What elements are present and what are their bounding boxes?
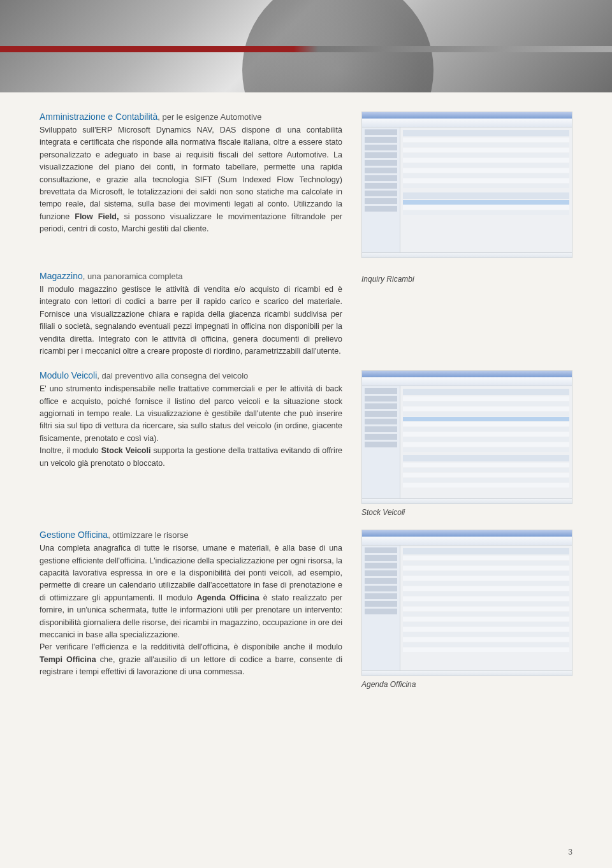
- hero-image: [0, 0, 612, 92]
- admin-heading: Amministrazione e Contabilità, per le es…: [40, 112, 342, 122]
- officina-subtitle: , ottimizzare le risorse: [108, 530, 188, 540]
- veicoli-body: E' uno strumento indispensabile nelle tr…: [40, 383, 342, 470]
- hero-accent-bar: [0, 46, 612, 52]
- officina-title: Gestione Officina: [40, 530, 108, 540]
- page-number: 3: [568, 848, 572, 857]
- magazzino-heading: Magazzino, una panoramica completa: [40, 271, 342, 281]
- admin-body: Sviluppato sull'ERP Microsoft Dynamics N…: [40, 124, 342, 235]
- page-content: Amministrazione e Contabilità, per le es…: [0, 92, 612, 727]
- magazzino-body: Il modulo magazzino gestisce le attività…: [40, 284, 342, 358]
- veicoli-subtitle: , dal preventivo alla consegna del veico…: [97, 371, 248, 380]
- veicoli-heading: Modulo Veicoli, dal preventivo alla cons…: [40, 370, 342, 380]
- admin-screenshot: [361, 112, 572, 258]
- magazzino-subtitle: , una panoramica completa: [83, 271, 183, 281]
- veicoli-screenshot: [361, 370, 572, 504]
- officina-screenshot: [361, 530, 572, 676]
- veicoli-caption: Stock Veicoli: [361, 508, 572, 517]
- magazzino-caption: Inquiry Ricambi: [361, 275, 572, 284]
- admin-subtitle: , per le esigenze Automotive: [157, 112, 261, 122]
- magazzino-title: Magazzino: [40, 271, 83, 281]
- veicoli-title: Modulo Veicoli: [40, 370, 97, 380]
- officina-body: Una completa anagrafica di tutte le riso…: [40, 542, 342, 678]
- officina-caption: Agenda Officina: [361, 680, 572, 689]
- officina-heading: Gestione Officina, ottimizzare le risors…: [40, 530, 342, 540]
- admin-title: Amministrazione e Contabilità: [40, 112, 157, 122]
